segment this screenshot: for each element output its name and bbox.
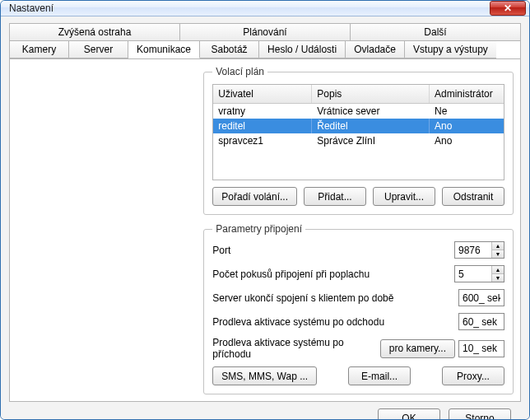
table-body: vratny Vrátnice sever Ne reditel Ředitel… xyxy=(213,104,504,180)
spinner-arrows: ▲ ▼ xyxy=(491,242,504,258)
delay-leave-label: Prodleva aktivace systému po odchodu xyxy=(212,316,384,328)
tab-server[interactable]: Server xyxy=(69,41,128,58)
right-column: Volací plán Uživatel Popis Administrátor… xyxy=(203,66,514,394)
delay-arrive-input[interactable] xyxy=(458,340,504,357)
add-button[interactable]: Přidat... xyxy=(304,187,366,206)
tab-vstupy-vystupy[interactable]: Vstupy a výstupy xyxy=(405,41,496,58)
sms-button[interactable]: SMS, MMS, Wap ... xyxy=(212,366,317,385)
remove-button[interactable]: Odstranit xyxy=(442,187,504,206)
col-desc[interactable]: Popis xyxy=(312,85,430,103)
window-body: Zvýšená ostraha Plánování Další Kamery S… xyxy=(1,16,529,420)
spinner-arrows: ▲ ▼ xyxy=(491,266,504,282)
attempts-input[interactable] xyxy=(455,266,491,282)
left-padding xyxy=(16,66,203,394)
edit-button[interactable]: Upravit... xyxy=(373,187,435,206)
tab-row-bottom: Kamery Server Komunikace Sabotáž Heslo /… xyxy=(10,41,520,59)
tabstrip: Zvýšená ostraha Plánování Další Kamery S… xyxy=(9,23,521,59)
tab-heslo-udalosti[interactable]: Heslo / Události xyxy=(259,41,346,58)
tab-planovani[interactable]: Plánování xyxy=(180,24,351,41)
chevron-down-icon[interactable]: ▼ xyxy=(492,274,504,282)
chevron-up-icon[interactable]: ▲ xyxy=(492,242,504,250)
titlebar: Nastavení ✕ xyxy=(1,1,529,16)
table-header: Uživatel Popis Administrátor xyxy=(213,85,504,104)
port-label: Port xyxy=(212,245,230,256)
port-input[interactable] xyxy=(455,242,491,258)
attempts-spinner[interactable]: ▲ ▼ xyxy=(454,265,504,282)
delay-leave-input[interactable] xyxy=(458,313,504,330)
tab-komunikace[interactable]: Komunikace xyxy=(128,41,200,58)
proxy-button[interactable]: Proxy... xyxy=(442,366,504,385)
calling-plan-table[interactable]: Uživatel Popis Administrátor vratny Vrát… xyxy=(212,84,504,180)
connection-params-legend: Parametry připojení xyxy=(212,223,305,235)
tab-kamery[interactable]: Kamery xyxy=(10,41,69,58)
window-title: Nastavení xyxy=(9,2,490,14)
port-spinner[interactable]: ▲ ▼ xyxy=(454,241,504,259)
calling-plan-legend: Volací plán xyxy=(212,66,267,77)
server-close-input[interactable] xyxy=(458,289,504,306)
dialog-footer: OK Storno xyxy=(9,402,521,420)
attempts-label: Počet pokusů připojení při poplachu xyxy=(212,268,370,280)
col-user[interactable]: Uživatel xyxy=(213,85,312,103)
tab-dalsi[interactable]: Další xyxy=(351,24,520,41)
connection-params-group: Parametry připojení Port ▲ ▼ Počet pok xyxy=(203,223,514,394)
delay-arrive-label: Prodleva aktivace systému po příchodu xyxy=(212,337,380,360)
call-order-button[interactable]: Pořadí volání... xyxy=(212,187,297,206)
tab-zvysena-ostraha[interactable]: Zvýšená ostraha xyxy=(10,24,180,41)
table-row[interactable]: reditel Ředitel Ano xyxy=(213,119,504,133)
for-cameras-button[interactable]: pro kamery... xyxy=(380,339,455,358)
table-row[interactable]: vratny Vrátnice sever Ne xyxy=(213,104,504,119)
calling-plan-buttons: Pořadí volání... Přidat... Upravit... Od… xyxy=(212,187,504,206)
settings-window: Nastavení ✕ Zvýšená ostraha Plánování Da… xyxy=(0,0,530,420)
conn-params-buttons: SMS, MMS, Wap ... E-mail... Proxy... xyxy=(212,366,504,385)
chevron-up-icon[interactable]: ▲ xyxy=(492,266,504,274)
email-button[interactable]: E-mail... xyxy=(348,366,411,385)
tab-content: Volací plán Uživatel Popis Administrátor… xyxy=(9,59,521,402)
tab-sabotaz[interactable]: Sabotáž xyxy=(200,41,259,58)
chevron-down-icon[interactable]: ▼ xyxy=(492,250,504,258)
calling-plan-group: Volací plán Uživatel Popis Administrátor… xyxy=(203,66,514,215)
ok-button[interactable]: OK xyxy=(378,408,440,420)
tab-row-top: Zvýšená ostraha Plánování Další xyxy=(10,24,520,41)
tab-ovladace[interactable]: Ovladače xyxy=(346,41,405,58)
server-close-label: Server ukončí spojení s klientem po době xyxy=(212,292,393,304)
col-admin[interactable]: Administrátor xyxy=(430,85,504,103)
cancel-button[interactable]: Storno xyxy=(449,408,511,420)
close-icon[interactable]: ✕ xyxy=(490,1,526,16)
table-row[interactable]: spravcez1 Správce ZlínI Ano xyxy=(213,133,504,148)
